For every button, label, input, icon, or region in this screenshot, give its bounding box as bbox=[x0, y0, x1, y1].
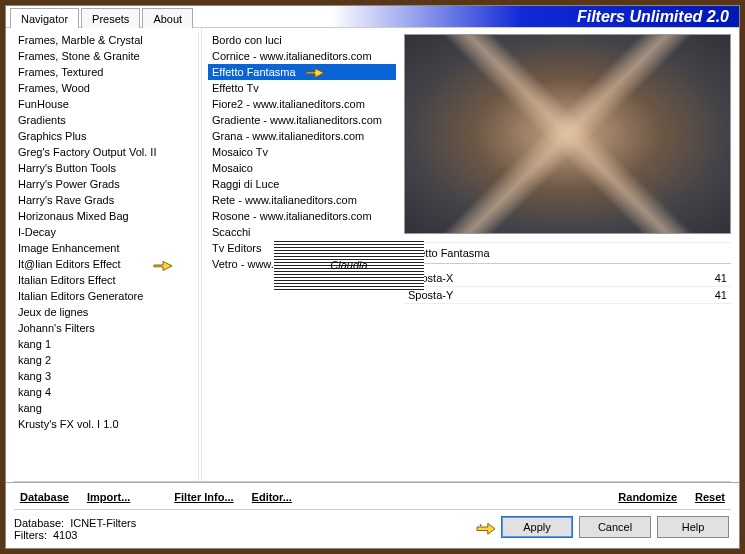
category-item[interactable]: Gradients bbox=[14, 112, 198, 128]
filter-item[interactable]: Vetro - www.italianeditors.com bbox=[208, 256, 396, 272]
status-filters-label: Filters: bbox=[14, 529, 47, 541]
help-button[interactable]: Help bbox=[657, 516, 729, 538]
svg-point-0 bbox=[480, 524, 482, 526]
category-item[interactable]: kang bbox=[14, 400, 198, 416]
category-item[interactable]: Jeux de lignes bbox=[14, 304, 198, 320]
status-db-value: ICNET-Filters bbox=[70, 517, 136, 529]
apply-button[interactable]: Apply bbox=[501, 516, 573, 538]
category-item[interactable]: Italian Editors Effect bbox=[14, 272, 198, 288]
category-item[interactable]: FunHouse bbox=[14, 96, 198, 112]
filter-list[interactable]: Bordo con luciCornice - www.italianedito… bbox=[208, 32, 396, 481]
main-area: Frames, Marble & CrystalFrames, Stone & … bbox=[6, 28, 739, 481]
filter-pane: Bordo con luciCornice - www.italianedito… bbox=[201, 28, 396, 481]
param-name: Sposta-X bbox=[408, 272, 453, 284]
param-value: 41 bbox=[715, 289, 727, 301]
filter-item[interactable]: Grana - www.italianeditors.com bbox=[208, 128, 396, 144]
filter-item[interactable]: Mosaico bbox=[208, 160, 396, 176]
parameter-table: Sposta-X41Sposta-Y41 bbox=[404, 270, 731, 304]
category-item[interactable]: Harry's Rave Grads bbox=[14, 192, 198, 208]
category-item[interactable]: Frames, Wood bbox=[14, 80, 198, 96]
category-item[interactable]: Harry's Button Tools bbox=[14, 160, 198, 176]
category-pane: Frames, Marble & CrystalFrames, Stone & … bbox=[6, 28, 201, 481]
status-bar: Database: ICNET-Filters Filters: 4103 bbox=[6, 513, 144, 545]
status-filters-value: 4103 bbox=[53, 529, 77, 541]
action-bar: Database Import... Filter Info... Editor… bbox=[6, 482, 739, 509]
filter-item[interactable]: Effetto Tv bbox=[208, 80, 396, 96]
category-item[interactable]: Horizonaus Mixed Bag bbox=[14, 208, 198, 224]
category-item[interactable]: Frames, Marble & Crystal bbox=[14, 32, 198, 48]
pointer-icon bbox=[475, 518, 497, 536]
selected-filter-name: Effetto Fantasma bbox=[406, 247, 490, 259]
category-item[interactable]: Italian Editors Generatore bbox=[14, 288, 198, 304]
filter-item[interactable]: Bordo con luci bbox=[208, 32, 396, 48]
filter-item[interactable]: Effetto Fantasma bbox=[208, 64, 396, 80]
filter-item[interactable]: Tv Editors bbox=[208, 240, 396, 256]
window-title: Filters Unlimited 2.0 bbox=[577, 8, 729, 26]
category-item[interactable]: Frames, Stone & Granite bbox=[14, 48, 198, 64]
param-name: Sposta-Y bbox=[408, 289, 453, 301]
param-row[interactable]: Sposta-X41 bbox=[404, 270, 731, 287]
param-row[interactable]: Sposta-Y41 bbox=[404, 287, 731, 304]
editor-link[interactable]: Editor... bbox=[246, 489, 298, 505]
category-item[interactable]: Frames, Textured bbox=[14, 64, 198, 80]
header-row: Navigator Presets About Filters Unlimite… bbox=[6, 6, 739, 28]
category-item[interactable]: It@lian Editors Effect bbox=[14, 256, 198, 272]
randomize-link[interactable]: Randomize bbox=[612, 489, 683, 505]
category-item[interactable]: Image Enhancement bbox=[14, 240, 198, 256]
filter-item[interactable]: Mosaico Tv bbox=[208, 144, 396, 160]
preview-image bbox=[404, 34, 731, 234]
import-link[interactable]: Import... bbox=[81, 489, 136, 505]
pointer-icon bbox=[304, 63, 326, 81]
filter-item[interactable]: Rosone - www.italianeditors.com bbox=[208, 208, 396, 224]
filter-item[interactable]: Rete - www.italianeditors.com bbox=[208, 192, 396, 208]
filters-unlimited-window: Navigator Presets About Filters Unlimite… bbox=[5, 5, 740, 549]
category-item[interactable]: kang 1 bbox=[14, 336, 198, 352]
reset-link[interactable]: Reset bbox=[689, 489, 731, 505]
category-item[interactable]: Graphics Plus bbox=[14, 128, 198, 144]
param-value: 41 bbox=[715, 272, 727, 284]
filter-item[interactable]: Scacchi bbox=[208, 224, 396, 240]
category-item[interactable]: kang 4 bbox=[14, 384, 198, 400]
status-db-label: Database: bbox=[14, 517, 64, 529]
filter-item[interactable]: Fiore2 - www.italianeditors.com bbox=[208, 96, 396, 112]
database-link[interactable]: Database bbox=[14, 489, 75, 505]
category-item[interactable]: kang 3 bbox=[14, 368, 198, 384]
tab-strip: Navigator Presets About bbox=[6, 6, 195, 27]
title-bar: Filters Unlimited 2.0 bbox=[195, 6, 739, 27]
category-item[interactable]: Krusty's FX vol. I 1.0 bbox=[14, 416, 198, 432]
cancel-button[interactable]: Cancel bbox=[579, 516, 651, 538]
category-list[interactable]: Frames, Marble & CrystalFrames, Stone & … bbox=[14, 32, 199, 481]
category-item[interactable]: Harry's Power Grads bbox=[14, 176, 198, 192]
category-item[interactable]: Johann's Filters bbox=[14, 320, 198, 336]
filter-info-link[interactable]: Filter Info... bbox=[168, 489, 239, 505]
filter-item[interactable]: Cornice - www.italianeditors.com bbox=[208, 48, 396, 64]
tab-navigator[interactable]: Navigator bbox=[10, 8, 79, 28]
category-item[interactable]: Greg's Factory Output Vol. II bbox=[14, 144, 198, 160]
filter-item[interactable]: Raggi di Luce bbox=[208, 176, 396, 192]
category-item[interactable]: kang 2 bbox=[14, 352, 198, 368]
filter-name-row: Effetto Fantasma bbox=[404, 242, 731, 264]
bottom-button-bar: Apply Cancel Help bbox=[144, 510, 739, 548]
parameter-area: Claudia Effetto Fantasma Sposta-X41Spost… bbox=[404, 234, 731, 481]
tab-presets[interactable]: Presets bbox=[81, 8, 140, 28]
tab-about[interactable]: About bbox=[142, 8, 193, 28]
preview-pane: Claudia Effetto Fantasma Sposta-X41Spost… bbox=[396, 28, 739, 481]
filter-item[interactable]: Gradiente - www.italianeditors.com bbox=[208, 112, 396, 128]
category-item[interactable]: I-Decay bbox=[14, 224, 198, 240]
